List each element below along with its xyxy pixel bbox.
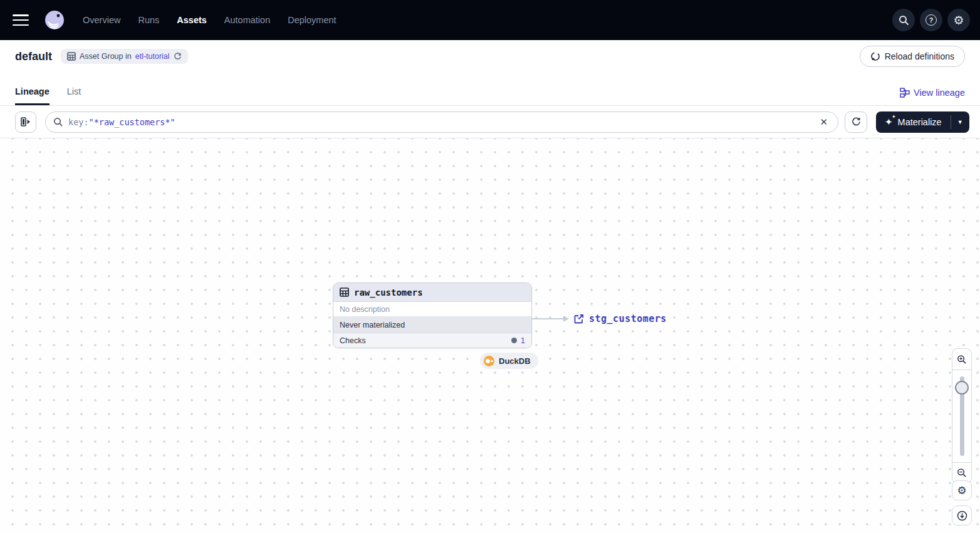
asset-checks-row[interactable]: Checks 1 [333,333,531,348]
materialize-button[interactable]: ✦ Materialize [876,111,951,133]
check-status-dot [511,338,517,343]
search-key-prefix: key: [68,117,89,127]
zoom-slider[interactable] [952,370,972,462]
graph-settings-button[interactable]: ⚙ [952,480,972,500]
lineage-canvas[interactable]: raw_customers No description Never mater… [0,138,980,533]
tab-list[interactable]: List [67,86,81,105]
zoom-in-icon [957,354,967,365]
dagster-app: Overview Runs Assets Automation Deployme… [0,0,980,533]
view-lineage-link[interactable]: View lineage [900,88,965,105]
nav-runs[interactable]: Runs [138,15,159,25]
duckdb-kind-badge[interactable]: DuckDB [480,353,538,369]
lineage-graph-icon [900,88,910,98]
recenter-view-button[interactable] [952,505,972,525]
external-link-icon [574,314,584,324]
lineage-edge [532,318,565,319]
materialize-split-button: ✦ Materialize ▼ [876,111,969,133]
materialize-dropdown-caret[interactable]: ▼ [951,111,969,133]
zoom-out-icon [957,468,967,478]
settings-gear-icon[interactable]: ⚙ [947,9,970,31]
asset-node-raw-customers[interactable]: raw_customers No description Never mater… [333,282,532,348]
checks-label: Checks [340,336,366,345]
sparkles-icon: ✦ [885,117,893,127]
duckdb-icon [484,356,494,366]
nav-overview[interactable]: Overview [83,15,120,25]
nav-assets[interactable]: Assets [177,15,207,25]
asset-status-row: Never materialized [333,317,531,333]
asset-group-badge: Asset Group in etl-tutorial [61,49,188,64]
zoom-controls [952,348,972,484]
lineage-toolbar: key: "*raw_customers*" ✕ ✦ Materialize ▼ [0,106,980,138]
asset-node-header: raw_customers [333,283,531,302]
top-nav-bar: Overview Runs Assets Automation Deployme… [0,0,980,40]
reload-icon [870,51,880,61]
tab-lineage[interactable]: Lineage [15,86,50,105]
checks-count: 1 [521,336,525,345]
recenter-icon [957,510,967,521]
nav-automation[interactable]: Automation [224,15,270,25]
zoom-slider-thumb[interactable] [955,381,969,395]
page-title: default [15,50,52,63]
nav-deployment[interactable]: Deployment [288,15,336,25]
hamburger-menu-icon[interactable] [13,14,29,26]
search-query-value: "*raw_customers*" [89,117,175,127]
clear-search-icon[interactable]: ✕ [817,115,830,129]
open-sidebar-button[interactable] [15,111,36,133]
zoom-in-button[interactable] [952,348,972,370]
panel-expand-icon [21,117,31,127]
lineage-edge-arrowhead [563,316,569,322]
main-nav-links: Overview Runs Assets Automation Deployme… [83,15,336,25]
asset-search-input[interactable]: key: "*raw_customers*" ✕ [45,111,838,133]
search-icon [53,117,63,127]
code-location-link[interactable]: etl-tutorial [135,52,170,61]
asset-name: raw_customers [354,287,423,298]
refresh-icon[interactable] [174,53,182,61]
asset-description-row: No description [333,302,531,317]
help-icon[interactable]: ? [920,9,942,31]
badge-prefix: Asset Group in [80,52,132,61]
gear-icon: ⚙ [957,484,966,497]
sync-icon [852,117,861,127]
table-icon [340,287,349,297]
refresh-graph-button[interactable] [845,111,867,133]
downstream-asset-stg-customers[interactable]: stg_customers [574,313,667,324]
table-icon [67,52,76,61]
tabs-row: Lineage List View lineage [0,73,980,106]
dagster-logo-icon[interactable] [43,8,66,32]
nav-right-actions: ? ⚙ [892,9,970,31]
reload-definitions-button[interactable]: Reload definitions [860,46,965,67]
search-icon[interactable] [892,9,915,31]
page-header: default Asset Group in etl-tutorial Relo… [0,40,980,73]
